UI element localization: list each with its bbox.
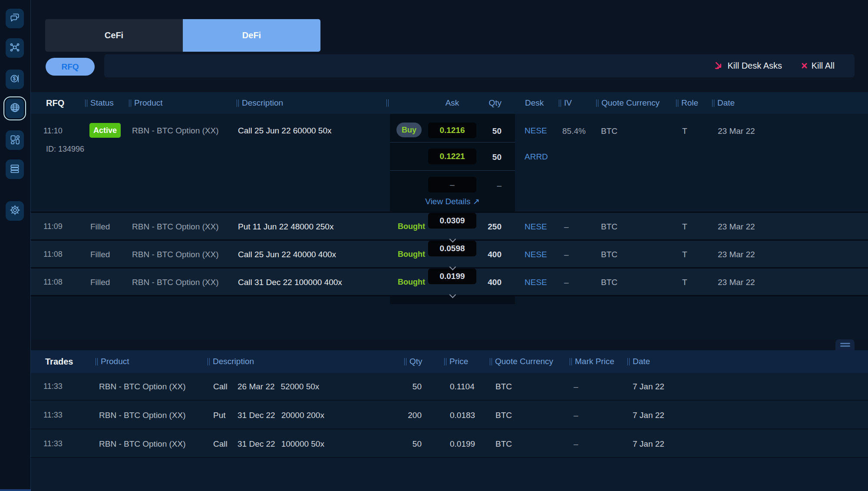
rfq-col-product[interactable]: Product xyxy=(129,98,162,108)
desk-link[interactable]: NESE xyxy=(525,222,547,230)
ask-price-button-empty[interactable]: – xyxy=(428,177,476,192)
rfq-col-date[interactable]: Date xyxy=(712,98,735,108)
trades-col-price[interactable]: Price xyxy=(444,357,468,366)
iv-value: – xyxy=(564,278,569,286)
rfq-col-description[interactable]: Description xyxy=(237,98,283,108)
column-drag-handle-icon[interactable] xyxy=(129,100,131,107)
rfq-filter-pill[interactable]: RFQ xyxy=(46,58,95,76)
column-drag-handle-icon[interactable] xyxy=(96,358,98,365)
column-drag-handle-icon[interactable] xyxy=(627,358,630,365)
trade-time: 11:33 xyxy=(43,411,63,419)
rfq-product: RBN - BTC Option (XX) xyxy=(132,250,219,258)
column-drag-handle-icon[interactable] xyxy=(386,100,389,107)
quote-currency-value: BTC xyxy=(601,127,617,135)
trade-product: RBN - BTC Option (XX) xyxy=(99,411,186,419)
iv-value: – xyxy=(564,222,569,230)
column-drag-handle-icon[interactable] xyxy=(559,100,561,107)
trades-col-mark-price[interactable]: Mark Price xyxy=(570,357,614,366)
column-drag-handle-icon[interactable] xyxy=(490,358,492,365)
rfq-col-ask[interactable]: Ask xyxy=(428,98,476,108)
trade-row[interactable]: 11:33 RBN - BTC Option (XX) Put31 Dec 22… xyxy=(31,401,868,429)
column-drag-handle-icon[interactable] xyxy=(404,358,406,365)
expand-chevron-icon[interactable] xyxy=(450,292,455,298)
status-badge-active: Active xyxy=(89,123,121,138)
trades-col-product[interactable]: Product xyxy=(96,357,129,366)
globe-icon xyxy=(9,102,21,115)
buy-pill[interactable]: Buy xyxy=(396,123,422,137)
view-details-link[interactable]: View Details ↗ xyxy=(390,196,515,206)
sidebar-item-orders[interactable] xyxy=(6,159,24,179)
trades-table-body: 11:33 RBN - BTC Option (XX) Call26 Mar 2… xyxy=(31,373,868,491)
sidebar-bottom-accent xyxy=(0,489,31,491)
trade-mark-price: – xyxy=(574,411,578,419)
desk-link[interactable]: NESE xyxy=(525,278,547,286)
desk-link[interactable]: ARRD xyxy=(525,153,548,161)
chat-icon xyxy=(9,12,20,25)
trades-col-qty[interactable]: Qty xyxy=(404,357,422,366)
panel-resize-handle[interactable] xyxy=(835,339,855,350)
ask-price-button[interactable]: 0.1216 xyxy=(428,123,476,138)
rfq-col-status[interactable]: Status xyxy=(85,98,114,108)
sidebar-item-markets[interactable] xyxy=(6,99,24,118)
fill-price[interactable]: 0.0598 xyxy=(428,241,476,256)
tab-cefi[interactable]: CeFi xyxy=(45,19,183,52)
fill-price[interactable]: 0.0309 xyxy=(428,213,476,229)
rfq-col-ask-group[interactable] xyxy=(386,100,389,107)
side-label: Bought xyxy=(398,222,425,230)
rfq-col-role[interactable]: Role xyxy=(676,98,698,108)
sidebar-item-funding[interactable]: $ xyxy=(6,70,24,89)
trade-price: 0.0183 xyxy=(450,411,475,419)
dollar-circle-icon: $ xyxy=(9,73,20,86)
date-value: 23 Mar 22 xyxy=(718,250,755,258)
trade-row[interactable]: 11:33 RBN - BTC Option (XX) Call31 Dec 2… xyxy=(31,430,868,458)
trade-row[interactable]: 11:33 RBN - BTC Option (XX) Call26 Mar 2… xyxy=(31,373,868,401)
column-drag-handle-icon[interactable] xyxy=(712,100,714,107)
fill-qty: 400 xyxy=(474,278,502,286)
sidebar-item-chat[interactable] xyxy=(6,9,24,28)
rfq-col-iv[interactable]: IV xyxy=(559,98,572,108)
rfq-filled-row[interactable]: 11:08 Filled RBN - BTC Option (XX) Call … xyxy=(31,241,868,267)
quote-currency-value: BTC xyxy=(601,250,617,258)
column-drag-handle-icon[interactable] xyxy=(676,100,678,107)
kill-all-button[interactable]: × Kill All xyxy=(801,60,835,71)
trades-table-header: Trades Product Description Qty Price Quo… xyxy=(31,350,868,373)
sidebar-item-network[interactable] xyxy=(6,38,24,58)
column-drag-handle-icon[interactable] xyxy=(237,100,239,107)
rfq-toolbar: Kill Desk Asks × Kill All xyxy=(104,54,855,77)
quote-separator xyxy=(390,170,515,171)
trades-col-description[interactable]: Description xyxy=(208,357,254,366)
trade-product: RBN - BTC Option (XX) xyxy=(99,382,186,391)
column-drag-handle-icon[interactable] xyxy=(444,358,446,365)
kill-desk-asks-button[interactable]: Kill Desk Asks xyxy=(714,61,782,71)
desk-link[interactable]: NESE xyxy=(525,250,547,258)
column-drag-handle-icon[interactable] xyxy=(596,100,598,107)
quote-currency-value: BTC xyxy=(601,222,617,230)
role-value: T xyxy=(682,250,687,258)
rfq-col-desk[interactable]: Desk xyxy=(525,98,544,108)
gear-icon xyxy=(9,204,21,218)
rfq-col-qty[interactable]: Qty xyxy=(474,98,502,108)
fill-price[interactable]: 0.0199 xyxy=(428,269,476,284)
date-value: 23 Mar 22 xyxy=(718,222,755,230)
rfq-filled-row[interactable]: 11:08 Filled RBN - BTC Option (XX) Call … xyxy=(31,269,868,295)
ask-price-button[interactable]: 0.1221 xyxy=(428,149,476,164)
sidebar-item-settings[interactable] xyxy=(6,201,24,221)
trades-col-date[interactable]: Date xyxy=(627,357,650,366)
svg-text:$: $ xyxy=(13,76,16,82)
trade-date: 7 Jan 22 xyxy=(633,411,664,419)
sidebar-item-dashboard[interactable] xyxy=(6,130,24,150)
desk-link[interactable]: NESE xyxy=(525,126,547,135)
kill-all-icon: × xyxy=(801,60,808,71)
trade-product: RBN - BTC Option (XX) xyxy=(99,440,186,448)
expand-chevron-icon[interactable] xyxy=(450,265,455,270)
rfq-col-quote-currency[interactable]: Quote Currency xyxy=(596,98,660,108)
column-drag-handle-icon[interactable] xyxy=(570,358,572,365)
column-drag-handle-icon[interactable] xyxy=(208,358,210,365)
tab-defi[interactable]: DeFi xyxy=(183,19,320,52)
rfq-filled-row[interactable]: 11:09 Filled RBN - BTC Option (XX) Put 1… xyxy=(31,213,868,239)
expand-chevron-icon[interactable] xyxy=(450,237,455,242)
trade-time: 11:33 xyxy=(43,382,63,390)
column-drag-handle-icon[interactable] xyxy=(85,100,87,107)
sidebar: $ xyxy=(0,0,31,491)
trades-col-quote-currency[interactable]: Quote Currency xyxy=(490,357,553,366)
